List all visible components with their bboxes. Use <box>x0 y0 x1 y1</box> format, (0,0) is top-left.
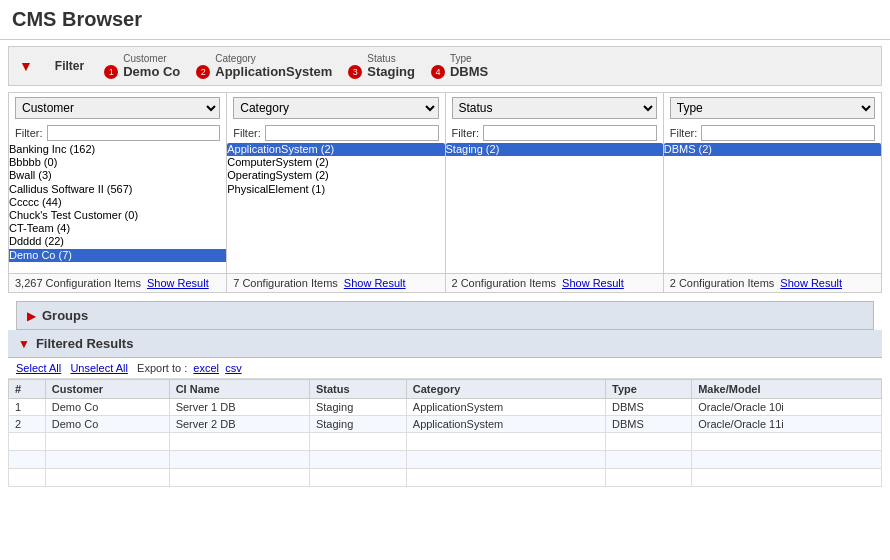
filter-item-1: 1 Customer Demo Co <box>104 53 180 79</box>
summary-text-1: 7 Configuration Items <box>233 277 338 289</box>
export-excel-link[interactable]: excel <box>193 362 219 374</box>
table-cell: Demo Co <box>45 399 169 416</box>
table-cell: Server 1 DB <box>169 399 309 416</box>
table-cell: Oracle/Oracle 10i <box>692 399 882 416</box>
filter-item-4: 4 Type DBMS <box>431 53 488 79</box>
table-cell: DBMS <box>606 416 692 433</box>
export-label: Export to : <box>137 362 187 374</box>
dropdown-col-1: Category <box>227 93 445 123</box>
filter-input-col-3: Filter: <box>664 123 881 143</box>
customer-filter-input[interactable] <box>47 125 221 141</box>
type-dropdown[interactable]: Type <box>670 97 875 119</box>
customer-dropdown[interactable]: Customer <box>15 97 220 119</box>
filter-bar: ▼ Filter 1 Customer Demo Co 2 Category A… <box>8 46 882 86</box>
table-header: CI Name <box>169 380 309 399</box>
page-title: CMS Browser <box>0 0 890 40</box>
groups-title: Groups <box>42 308 88 323</box>
table-row-empty <box>9 469 882 487</box>
groups-arrow: ▶ <box>27 309 36 323</box>
filter-label-2: Filter: <box>452 127 480 139</box>
filter-item-2: 2 Category ApplicationSystem <box>196 53 332 79</box>
category-dropdown[interactable]: Category <box>233 97 438 119</box>
customer-list[interactable]: Banking Inc (162)Bbbbb (0)Bwall (3)Calli… <box>9 143 226 273</box>
filtered-title: Filtered Results <box>36 336 134 351</box>
lists-row: Banking Inc (162)Bbbbb (0)Bwall (3)Calli… <box>8 143 882 274</box>
table-cell: Staging <box>309 416 406 433</box>
filter-input-col-0: Filter: <box>9 123 227 143</box>
results-table: #CustomerCI NameStatusCategoryTypeMake/M… <box>8 379 882 487</box>
show-result-3[interactable]: Show Result <box>780 277 842 289</box>
category-filter-input[interactable] <box>265 125 439 141</box>
filter-label-3: Filter: <box>670 127 698 139</box>
table-header: Make/Model <box>692 380 882 399</box>
table-cell: ApplicationSystem <box>406 416 605 433</box>
results-table-wrapper: #CustomerCI NameStatusCategoryTypeMake/M… <box>8 379 882 487</box>
table-row-empty <box>9 451 882 469</box>
filter-input-row: Filter: Filter: Filter: Filter: <box>8 123 882 143</box>
table-row: 1Demo CoServer 1 DBStagingApplicationSys… <box>9 399 882 416</box>
list-col-1: ApplicationSystem (2)ComputerSystem (2)O… <box>227 143 445 273</box>
type-filter-input[interactable] <box>701 125 875 141</box>
filter-sublabel-4: Type <box>450 53 488 64</box>
filter-value-3: Staging <box>367 64 415 79</box>
badge-2: 2 <box>196 65 210 79</box>
status-list[interactable]: Staging (2) <box>446 143 663 273</box>
groups-container: ▶ Groups <box>8 301 882 330</box>
table-cell: 2 <box>9 416 46 433</box>
dropdown-col-2: Status <box>446 93 664 123</box>
table-cell: 1 <box>9 399 46 416</box>
filter-item-3: 3 Status Staging <box>348 53 415 79</box>
filter-label-0: Filter: <box>15 127 43 139</box>
table-cell: Server 2 DB <box>169 416 309 433</box>
show-result-0[interactable]: Show Result <box>147 277 209 289</box>
unselect-all-link[interactable]: Unselect All <box>70 362 127 374</box>
show-result-1[interactable]: Show Result <box>344 277 406 289</box>
badge-4: 4 <box>431 65 445 79</box>
table-cell: Oracle/Oracle 11i <box>692 416 882 433</box>
table-header: Type <box>606 380 692 399</box>
category-list[interactable]: ApplicationSystem (2)ComputerSystem (2)O… <box>227 143 444 273</box>
filter-sublabel-1: Customer <box>123 53 180 64</box>
summary-col-3: 2 Configuration Items Show Result <box>664 274 881 292</box>
summary-col-2: 2 Configuration Items Show Result <box>446 274 664 292</box>
table-header: Category <box>406 380 605 399</box>
select-all-link[interactable]: Select All <box>16 362 61 374</box>
table-cell: DBMS <box>606 399 692 416</box>
filter-label-1: Filter: <box>233 127 261 139</box>
filter-input-col-1: Filter: <box>227 123 445 143</box>
filter-sublabel-2: Category <box>215 53 332 64</box>
filter-value-4: DBMS <box>450 64 488 79</box>
list-col-0: Banking Inc (162)Bbbbb (0)Bwall (3)Calli… <box>9 143 227 273</box>
table-row: 2Demo CoServer 2 DBStagingApplicationSys… <box>9 416 882 433</box>
table-header: Status <box>309 380 406 399</box>
list-col-3: DBMS (2) <box>664 143 881 273</box>
summary-text-3: 2 Configuration Items <box>670 277 775 289</box>
filter-label: Filter <box>55 59 84 73</box>
summary-text-2: 2 Configuration Items <box>452 277 557 289</box>
groups-header[interactable]: ▶ Groups <box>16 301 874 330</box>
table-header-row: #CustomerCI NameStatusCategoryTypeMake/M… <box>9 380 882 399</box>
list-col-2: Staging (2) <box>446 143 664 273</box>
dropdown-col-3: Type <box>664 93 881 123</box>
export-csv-link[interactable]: csv <box>225 362 242 374</box>
filter-value-1: Demo Co <box>123 64 180 79</box>
badge-1: 1 <box>104 65 118 79</box>
status-filter-input[interactable] <box>483 125 657 141</box>
filter-input-col-2: Filter: <box>446 123 664 143</box>
table-cell: Demo Co <box>45 416 169 433</box>
table-cell: ApplicationSystem <box>406 399 605 416</box>
table-cell: Staging <box>309 399 406 416</box>
show-result-2[interactable]: Show Result <box>562 277 624 289</box>
summary-col-1: 7 Configuration Items Show Result <box>227 274 445 292</box>
status-dropdown[interactable]: Status <box>452 97 657 119</box>
filter-sublabel-3: Status <box>367 53 415 64</box>
dropdown-col-0: Customer <box>9 93 227 123</box>
badge-3: 3 <box>348 65 362 79</box>
table-header: Customer <box>45 380 169 399</box>
filtered-header[interactable]: ▼ Filtered Results <box>8 330 882 358</box>
table-header: # <box>9 380 46 399</box>
filter-value-2: ApplicationSystem <box>215 64 332 79</box>
summary-col-0: 3,267 Configuration Items Show Result <box>9 274 227 292</box>
filter-toggle[interactable]: ▼ <box>19 58 33 74</box>
type-list[interactable]: DBMS (2) <box>664 143 881 273</box>
